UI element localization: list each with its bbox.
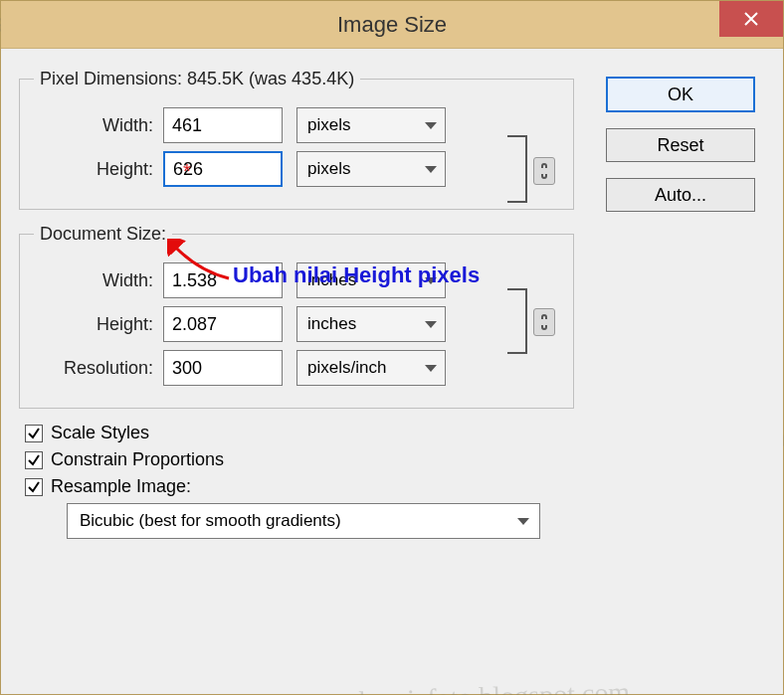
document-size-group: Document Size: Width: inches Height: [19,224,574,409]
doc-width-unit-select[interactable]: inches [296,262,446,298]
close-icon [744,12,758,26]
reset-button[interactable]: Reset [606,128,755,162]
check-icon [27,427,41,440]
doc-width-label: Width: [34,270,163,291]
select-value: pixels [307,115,350,135]
constrain-proportions-row: Constrain Proportions [25,449,574,470]
scale-styles-label: Scale Styles [51,423,149,443]
resolution-input[interactable] [163,350,283,386]
pixel-dimensions-group: Pixel Dimensions: 845.5K (was 435.4K) Wi… [19,69,574,210]
pixel-width-input[interactable] [163,107,283,143]
right-column: OK Reset Auto... [596,65,765,228]
resample-method-select[interactable]: Bicubic (best for smooth gradients) [67,503,540,539]
resolution-label: Resolution: [34,358,163,379]
pixel-height-input[interactable] [163,151,283,187]
pixel-height-label: Height: [34,159,163,180]
document-size-legend: Document Size: [34,224,172,245]
watermark-text: barajafoto.blogspot.com [359,676,631,695]
select-value: inches [307,270,356,290]
constrain-proportions-checkbox[interactable] [25,451,43,469]
ok-button[interactable]: OK [606,77,755,112]
chevron-down-icon [517,518,529,525]
scale-styles-checkbox[interactable] [25,425,43,442]
window-title: Image Size [337,12,447,38]
scale-styles-row: Scale Styles [25,423,574,443]
image-size-dialog: barajafoto.blogspot.com barajafoto.blogs… [0,0,784,695]
doc-height-unit-select[interactable]: inches [296,306,446,342]
auto-button[interactable]: Auto... [606,178,755,212]
chevron-down-icon [425,277,437,284]
check-icon [27,453,41,467]
pixel-dimensions-legend: Pixel Dimensions: 845.5K (was 435.4K) [34,69,360,89]
chevron-down-icon [425,166,437,173]
doc-width-input[interactable] [163,262,283,298]
pixel-width-label: Width: [34,115,163,136]
doc-height-input[interactable] [163,306,283,342]
select-value: pixels/inch [307,358,386,378]
resample-image-label: Resample Image: [51,476,191,497]
doc-height-label: Height: [34,314,163,335]
client-area: barajafoto.blogspot.com Pixel Dimensions… [1,49,783,694]
select-value: Bicubic (best for smooth gradients) [80,511,341,531]
titlebar: Image Size [1,1,783,49]
chevron-down-icon [425,122,437,129]
resolution-unit-select[interactable]: pixels/inch [296,350,446,386]
resample-image-checkbox[interactable] [25,478,43,496]
left-column: Pixel Dimensions: 845.5K (was 435.4K) Wi… [19,65,574,539]
chevron-down-icon [425,321,437,328]
chevron-down-icon [425,365,437,372]
constrain-proportions-label: Constrain Proportions [51,449,224,470]
pixel-width-unit-select[interactable]: pixels [296,107,446,143]
check-icon [27,480,41,494]
select-value: pixels [307,159,350,179]
pixel-height-unit-select[interactable]: pixels [296,151,446,187]
close-button[interactable] [719,1,783,37]
resample-image-row: Resample Image: [25,476,574,497]
select-value: inches [307,314,356,334]
